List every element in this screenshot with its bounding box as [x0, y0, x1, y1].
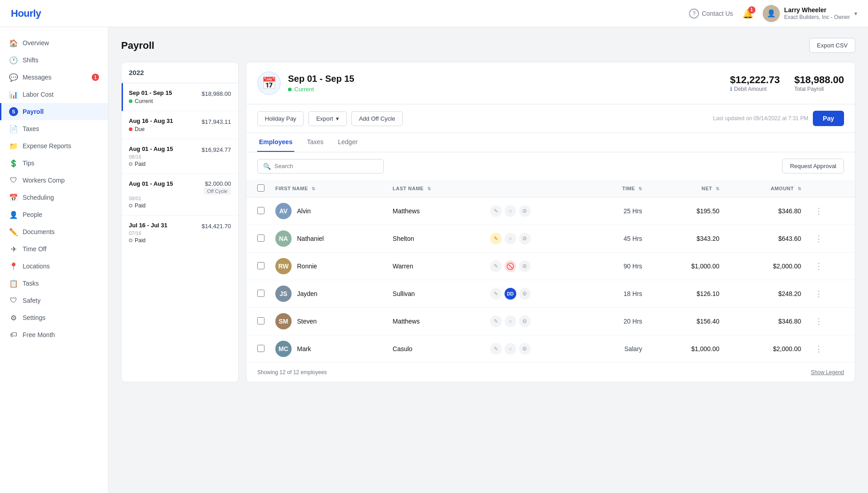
sidebar-item-safety[interactable]: 🛡 Safety — [0, 292, 108, 309]
sidebar-label-settings: Settings — [23, 314, 46, 321]
sidebar-item-time-off[interactable]: ✈ Time Off — [0, 240, 108, 258]
sidebar-item-payroll[interactable]: S Payroll — [0, 103, 108, 120]
settings-icon[interactable]: ⚙ — [519, 288, 531, 300]
sidebar-item-messages[interactable]: 💬 Messages 1 — [0, 69, 108, 86]
select-all-checkbox[interactable] — [257, 184, 264, 192]
edit-icon[interactable]: ✎ — [490, 288, 502, 300]
row-checkbox[interactable] — [257, 317, 264, 324]
row-checkbox[interactable] — [257, 262, 264, 269]
notifications-button[interactable]: 🔔 1 — [742, 8, 754, 19]
sidebar-item-free-month[interactable]: 🏷 Free Month — [0, 326, 108, 343]
period-item-aug01-aug15-offcycle[interactable]: Aug 01 - Aug 15 $2,000.00 Off Cycle 08/0… — [122, 174, 238, 216]
export-button[interactable]: Export ▾ — [308, 111, 347, 126]
contact-us-button[interactable]: ? Contact Us — [689, 9, 733, 19]
home-icon: 🏠 — [9, 38, 18, 47]
settings-icon[interactable]: ⚙ — [519, 260, 531, 272]
more-icon[interactable]: ⋮ — [812, 344, 826, 353]
search-box[interactable]: 🔍 — [257, 159, 384, 174]
shield-icon: 🛡 — [9, 176, 18, 185]
settings-icon[interactable]: ⚙ — [519, 343, 531, 355]
detail-status-label: Current — [294, 86, 314, 93]
sidebar-item-scheduling[interactable]: 📅 Scheduling — [0, 189, 108, 206]
period-item-sep01-sep15[interactable]: Sep 01 - Sep 15 $18,988.00 Current — [122, 83, 238, 111]
checkbox-header — [246, 180, 270, 197]
period-date-label: 08/01 — [129, 196, 231, 201]
sidebar-item-locations[interactable]: 📍 Locations — [0, 258, 108, 275]
sidebar-label-shifts: Shifts — [23, 56, 38, 64]
detail-header-right: $12,222.73 ℹ Debit Amount $18,988.00 Tot… — [730, 74, 844, 92]
holiday-pay-button[interactable]: Holiday Pay — [257, 111, 304, 126]
edit-icon[interactable]: ✎ — [490, 205, 502, 217]
last-updated-text: Last updated on 09/14/2022 at 7:31 PM — [713, 115, 808, 122]
circle-icon[interactable]: ○ — [505, 343, 516, 355]
net-header[interactable]: NET ⇅ — [648, 180, 725, 197]
first-name-cell: JS Jayden — [270, 280, 387, 308]
period-item-aug16-aug31[interactable]: Aug 16 - Aug 31 $17,943.11 Due — [122, 111, 238, 139]
sidebar-item-expense-reports[interactable]: 📁 Expense Reports — [0, 137, 108, 155]
last-name-header[interactable]: LAST NAME ⇅ — [387, 180, 485, 197]
net-cell: $1,000.00 — [648, 253, 725, 280]
settings-icon[interactable]: ⚙ — [519, 205, 531, 217]
table-row: AV Alvin Matthews ✎ ○ ⚙ — [246, 197, 855, 225]
edit-active-icon[interactable]: ✎ — [490, 233, 502, 244]
sidebar-item-settings[interactable]: ⚙ Settings — [0, 309, 108, 326]
period-item-aug01-aug15-paid[interactable]: Aug 01 - Aug 15 $16,924.77 08/16 Paid — [122, 139, 238, 174]
edit-icon[interactable]: ✎ — [490, 260, 502, 272]
first-name-header[interactable]: FIRST NAME ⇅ — [270, 180, 387, 197]
time-header[interactable]: TIME ⇅ — [586, 180, 647, 197]
tasks-icon: 📋 — [9, 279, 18, 288]
circle-icon[interactable]: ○ — [505, 233, 516, 244]
sidebar-item-taxes[interactable]: 📄 Taxes — [0, 120, 108, 137]
action-buttons-left: Holiday Pay Export ▾ Add Off Cycle — [257, 111, 403, 126]
circle-icon[interactable]: ○ — [505, 205, 516, 217]
user-profile-button[interactable]: 👤 Larry Wheeler Exact Builders, Inc - Ow… — [763, 5, 857, 22]
more-icon[interactable]: ⋮ — [812, 317, 826, 326]
sidebar-label-people: People — [23, 211, 42, 218]
tab-taxes[interactable]: Taxes — [305, 133, 326, 152]
detail-period-title: Sep 01 - Sep 15 — [288, 74, 354, 84]
pay-button[interactable]: Pay — [813, 111, 844, 126]
period-amount: $18,988.00 — [202, 90, 231, 97]
settings-icon[interactable]: ⚙ — [519, 233, 531, 244]
sidebar-item-tasks[interactable]: 📋 Tasks — [0, 275, 108, 292]
dd-icon[interactable]: DD — [505, 288, 516, 300]
row-checkbox[interactable] — [257, 345, 264, 352]
sidebar-item-labor-cost[interactable]: 📊 Labor Cost — [0, 86, 108, 103]
settings-icon[interactable]: ⚙ — [519, 315, 531, 327]
sidebar-item-overview[interactable]: 🏠 Overview — [0, 34, 108, 52]
edit-icon[interactable]: ✎ — [490, 343, 502, 355]
row-checkbox[interactable] — [257, 207, 264, 214]
tab-employees[interactable]: Employees — [257, 133, 294, 152]
circle-icon[interactable]: ○ — [505, 315, 516, 327]
add-off-cycle-button[interactable]: Add Off Cycle — [351, 111, 403, 126]
clock-icon: 🕐 — [9, 56, 18, 65]
edit-icon[interactable]: ✎ — [490, 315, 502, 327]
tab-ledger[interactable]: Ledger — [336, 133, 360, 152]
more-icon[interactable]: ⋮ — [812, 234, 826, 243]
sidebar-item-people[interactable]: 👤 People — [0, 206, 108, 223]
search-input[interactable] — [274, 163, 378, 169]
sort-icon: ⇅ — [797, 186, 802, 191]
sidebar-item-tips[interactable]: 💲 Tips — [0, 155, 108, 172]
amount-header[interactable]: AMOUNT ⇅ — [725, 180, 807, 197]
period-item-jul16-jul31[interactable]: Jul 16 - Jul 31 $14,421.70 07/16 Paid — [122, 216, 238, 250]
sidebar-item-documents[interactable]: ✏️ Documents — [0, 223, 108, 240]
export-csv-button[interactable]: Export CSV — [809, 38, 855, 53]
period-status: Due — [129, 126, 231, 132]
row-checkbox[interactable] — [257, 290, 264, 297]
safety-icon: 🛡 — [9, 296, 18, 305]
more-icon[interactable]: ⋮ — [812, 289, 826, 298]
time-cell: 45 Hrs — [586, 225, 647, 253]
show-legend-button[interactable]: Show Legend — [811, 369, 844, 376]
sidebar-item-shifts[interactable]: 🕐 Shifts — [0, 52, 108, 69]
request-approval-button[interactable]: Request Approval — [782, 159, 844, 174]
amount-cell: $2,000.00 — [725, 335, 807, 363]
row-checkbox[interactable] — [257, 235, 264, 242]
more-icon[interactable]: ⋮ — [812, 262, 826, 271]
tag-icon: 🏷 — [9, 330, 18, 339]
sidebar-item-workers-comp[interactable]: 🛡 Workers Comp — [0, 172, 108, 189]
table-toolbar: 🔍 Request Approval — [246, 152, 855, 180]
no-icon[interactable]: 🚫 — [505, 260, 516, 272]
user-info: Larry Wheeler Exact Builders, Inc - Owne… — [784, 6, 850, 21]
more-icon[interactable]: ⋮ — [812, 207, 826, 216]
